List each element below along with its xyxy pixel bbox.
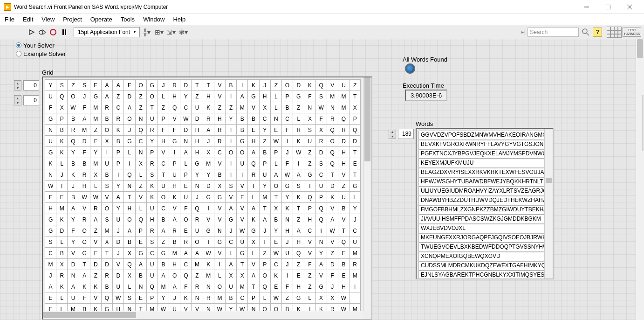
grid-cell[interactable]: R <box>68 125 79 136</box>
grid-cell[interactable]: D <box>349 136 361 147</box>
grid-cell[interactable]: R <box>169 225 180 237</box>
grid-cell[interactable]: T <box>237 259 248 270</box>
grid-cell[interactable]: Q <box>135 214 146 225</box>
grid-cell[interactable]: Q <box>338 113 349 125</box>
grid-cell[interactable]: R <box>214 136 225 147</box>
grid-cell[interactable]: C <box>158 203 169 214</box>
menu-operate[interactable]: Operate <box>90 16 112 23</box>
grid-cell[interactable]: V <box>327 80 338 91</box>
grid-cell[interactable]: Z <box>304 147 315 158</box>
grid-cell[interactable]: V <box>304 248 315 259</box>
grid-cell[interactable]: O <box>259 270 270 281</box>
step-down-icon[interactable]: ▼ <box>14 100 21 105</box>
grid-cell[interactable]: P <box>146 147 158 158</box>
grid-cell[interactable]: Y <box>315 248 327 259</box>
grid-cell[interactable]: O <box>135 80 146 91</box>
menu-edit[interactable]: Edit <box>23 16 33 23</box>
grid-cell[interactable]: J <box>259 80 270 91</box>
grid-cell[interactable]: X <box>135 158 146 169</box>
grid-cell[interactable]: I <box>237 169 248 181</box>
grid-cell[interactable]: J <box>113 225 124 237</box>
grid-cell[interactable]: J <box>56 169 68 181</box>
grid-cell[interactable]: I <box>259 237 270 248</box>
grid-cell[interactable]: J <box>281 259 293 270</box>
grid-cell[interactable]: V <box>79 203 90 214</box>
grid-cell[interactable]: A <box>248 203 259 214</box>
grid-cell[interactable]: B <box>270 214 281 225</box>
grid-cell[interactable]: O <box>158 192 169 203</box>
grid-cell[interactable]: G <box>349 181 361 192</box>
grid-cell[interactable]: G <box>214 237 225 248</box>
grid-cell[interactable]: C <box>45 248 56 259</box>
grid-cell[interactable]: Y <box>113 203 124 214</box>
grid-cell[interactable]: Z <box>192 270 203 281</box>
grid-cell[interactable]: U <box>45 91 56 102</box>
words-index[interactable]: ▲▼ 189 <box>389 129 414 139</box>
grid-cell[interactable]: K <box>203 102 214 113</box>
grid-cell[interactable]: F <box>237 192 248 203</box>
grid-cell[interactable]: S <box>304 125 315 136</box>
grid-cell[interactable]: Z <box>90 270 101 281</box>
grid-cell[interactable]: I <box>315 225 327 237</box>
grid-cell[interactable]: M <box>90 102 101 113</box>
grid-cell[interactable]: I <box>101 147 112 158</box>
grid-cell[interactable]: K <box>203 259 214 270</box>
grid-cell[interactable]: J <box>68 181 79 192</box>
grid-cell[interactable]: L <box>270 158 281 169</box>
grid-cell[interactable]: E <box>56 192 68 203</box>
grid-cell[interactable]: L <box>158 91 169 102</box>
grid-cell[interactable]: H <box>304 214 315 225</box>
grid-cell[interactable]: P <box>158 113 169 125</box>
grid-cell[interactable]: P <box>315 192 327 203</box>
grid-cell[interactable]: U <box>45 136 56 147</box>
grid-cell[interactable]: G <box>281 181 293 192</box>
grid-cell[interactable]: X <box>203 147 214 158</box>
grid-cell[interactable]: Q <box>248 158 259 169</box>
grid-cell[interactable]: Z <box>158 102 169 113</box>
grid-cell[interactable]: K <box>68 169 79 181</box>
grid-array[interactable]: YSZSEAAEOGJRDTTVBIKJZODKQVUZUQOJGAZDZOLH… <box>42 77 372 320</box>
grid-cell[interactable]: Q <box>180 270 192 281</box>
grid-cell[interactable]: E <box>135 292 146 304</box>
grid-cell[interactable]: E <box>180 225 192 237</box>
grid-cell[interactable]: R <box>203 292 214 304</box>
grid-cell[interactable]: Z <box>259 136 270 147</box>
grid-cell[interactable]: N <box>327 102 338 113</box>
grid-cell[interactable]: H <box>293 281 304 292</box>
step-up-icon[interactable]: ▲ <box>389 129 396 134</box>
grid-cell[interactable]: I <box>281 270 293 281</box>
grid-cell[interactable]: N <box>281 214 293 225</box>
grid-cell[interactable]: U <box>338 192 349 203</box>
word-row[interactable]: GGVVDZVPOFSBDZMNWMVHEAKEOIRANGMGM <box>418 131 544 140</box>
grid-cell[interactable]: H <box>293 237 304 248</box>
grid-cell[interactable]: Q <box>327 147 338 158</box>
grid-cell[interactable]: L <box>135 203 146 214</box>
grid-cell[interactable]: N <box>135 281 146 292</box>
grid-cell[interactable]: L <box>259 292 270 304</box>
grid-cell[interactable]: L <box>226 248 237 259</box>
grid-cell[interactable]: N <box>135 147 146 158</box>
grid-cell[interactable]: B <box>259 147 270 158</box>
grid-cell[interactable]: W <box>281 169 293 181</box>
grid-cell[interactable]: R <box>315 136 327 147</box>
grid-cell[interactable]: V <box>304 237 315 248</box>
grid-cell[interactable]: X <box>237 270 248 281</box>
grid-cell[interactable]: D <box>327 181 338 192</box>
minimize-button[interactable] <box>576 0 597 14</box>
grid-cell[interactable]: N <box>192 292 203 304</box>
grid-cell[interactable]: L <box>135 169 146 181</box>
grid-cell[interactable]: K <box>169 192 180 203</box>
grid-cell[interactable]: Y <box>146 136 158 147</box>
grid-cell[interactable]: S <box>226 181 237 192</box>
word-row[interactable]: JIAVUUIHSMFFPDASCSWZKGJGMDDKBGKM <box>418 215 544 224</box>
grid-cell[interactable]: Q <box>56 91 68 102</box>
grid-cell[interactable]: N <box>203 281 214 292</box>
grid-cell[interactable]: W <box>293 147 304 158</box>
search-input[interactable]: Search <box>528 28 579 37</box>
grid-cell[interactable]: X <box>304 113 315 125</box>
grid-cell[interactable]: G <box>158 248 169 259</box>
grid-cell[interactable]: N <box>180 136 192 147</box>
grid-cell[interactable]: Z <box>135 181 146 192</box>
grid-cell[interactable]: I <box>113 169 124 181</box>
grid-cell[interactable]: I <box>226 136 237 147</box>
